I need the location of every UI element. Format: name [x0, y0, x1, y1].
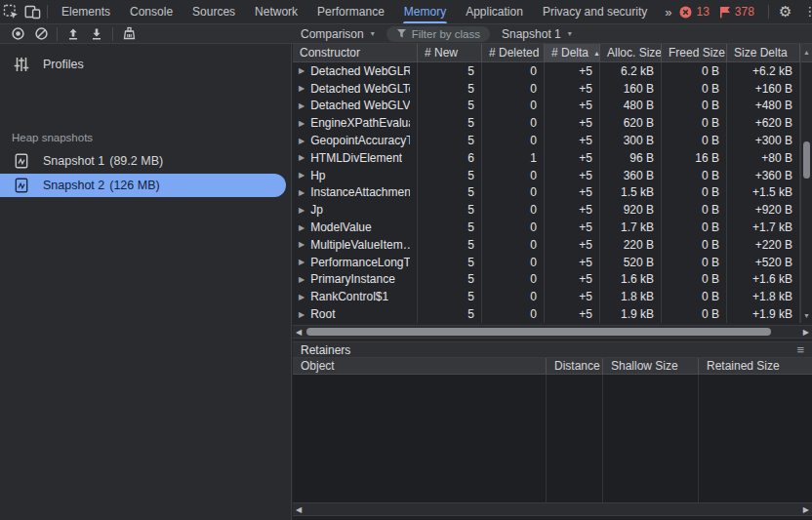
- table-row[interactable]: ▶ModelValue50+51.7 kB0 B+1.7 kB: [293, 219, 800, 236]
- sidebar-item-profiles[interactable]: Profiles: [0, 53, 292, 76]
- sidebar-item-snapshot-2[interactable]: Snapshot 2 (126 MB): [0, 174, 286, 197]
- disclosure-triangle-icon[interactable]: ▶: [299, 171, 304, 180]
- tab-console[interactable]: Console: [120, 0, 183, 23]
- more-options-icon[interactable]: ⋮: [797, 0, 812, 23]
- scrollbar-thumb[interactable]: [803, 141, 810, 179]
- scroll-down-icon[interactable]: ▼: [801, 312, 812, 319]
- column-header-deleted[interactable]: # Deleted: [482, 44, 545, 61]
- scroll-right-icon[interactable]: ▶: [803, 328, 809, 337]
- filter-by-class-input[interactable]: Filter by class: [386, 26, 490, 42]
- profiles-sidebar: Profiles Heap snapshots Snapshot 1 (89.2…: [0, 44, 292, 520]
- vertical-scrollbar[interactable]: ▲ ▼: [800, 44, 812, 323]
- cell-delta: +5: [545, 236, 600, 254]
- table-row[interactable]: ▶Detached WebGLR…50+56.2 kB0 B+6.2 kB: [293, 62, 800, 80]
- load-profile-icon[interactable]: [61, 24, 85, 43]
- disclosure-triangle-icon[interactable]: ▶: [299, 188, 304, 197]
- cell-freed: 0 B: [662, 271, 727, 289]
- constructor-cell: ▶PrimaryInstance: [293, 271, 418, 289]
- collect-garbage-icon[interactable]: [117, 24, 141, 43]
- tab-application[interactable]: Application: [456, 0, 533, 23]
- settings-gear-icon[interactable]: ⚙: [773, 0, 797, 23]
- column-header-object[interactable]: Object: [293, 358, 547, 374]
- inspect-element-icon[interactable]: [0, 0, 21, 23]
- scroll-left-icon[interactable]: ◀: [296, 505, 302, 514]
- disclosure-triangle-icon[interactable]: ▶: [299, 223, 304, 232]
- disclosure-triangle-icon[interactable]: ▶: [299, 310, 304, 319]
- table-row[interactable]: ▶Detached WebGLV…50+5480 B0 B+480 B: [293, 98, 800, 115]
- cell-delta: +5: [545, 254, 600, 271]
- tab-memory[interactable]: Memory: [394, 0, 456, 23]
- table-row[interactable]: ▶InstanceAttachmen…50+51.5 kB0 B+1.5 kB: [293, 184, 800, 202]
- scroll-up-icon[interactable]: ▲: [801, 49, 812, 56]
- constructor-name: ModelValue: [310, 220, 371, 234]
- column-header-size-delta[interactable]: Size Delta: [727, 44, 800, 61]
- table-row[interactable]: ▶PrimaryInstance50+51.6 kB0 B+1.6 kB: [293, 271, 800, 289]
- scroll-right-icon[interactable]: ▶: [803, 505, 809, 514]
- snapshot-size: (126 MB): [109, 179, 159, 192]
- sidebar-item-snapshot-1[interactable]: Snapshot 1 (89.2 MB): [0, 149, 292, 173]
- cell-new: 5: [418, 114, 482, 132]
- scrollbar-thumb[interactable]: [306, 328, 771, 336]
- cell-new: 5: [418, 254, 482, 271]
- table-row[interactable]: ▶EngineXPathEvalua…50+5620 B0 B+620 B: [293, 114, 800, 132]
- column-header-retained-size[interactable]: Retained Size: [699, 358, 812, 374]
- tab-elements[interactable]: Elements: [52, 0, 120, 23]
- constructor-name: HTMLDivElement: [310, 151, 402, 165]
- tab-performance[interactable]: Performance: [307, 0, 394, 23]
- disclosure-triangle-icon[interactable]: ▶: [299, 240, 304, 249]
- column-header-distance[interactable]: Distance▲: [547, 358, 603, 374]
- scroll-left-icon[interactable]: ◀: [296, 328, 302, 337]
- cell-alloc: 1.9 kB: [600, 305, 662, 323]
- tab-sources[interactable]: Sources: [183, 0, 245, 23]
- issues-badge[interactable]: 378: [719, 5, 754, 19]
- disclosure-triangle-icon[interactable]: ▶: [299, 66, 304, 75]
- chevron-down-icon: ▾: [568, 29, 572, 38]
- disclosure-triangle-icon[interactable]: ▶: [299, 119, 304, 128]
- tab-network[interactable]: Network: [245, 0, 307, 23]
- table-row[interactable]: ▶RankControl$150+51.8 kB0 B+1.8 kB: [293, 288, 800, 305]
- table-row[interactable]: ▶Detached WebGLTe…50+5160 B0 B+160 B: [293, 80, 800, 98]
- save-profile-icon[interactable]: [85, 24, 108, 43]
- table-row[interactable]: ▶Jp50+5920 B0 B+920 B: [293, 201, 800, 219]
- column-divider: [546, 375, 547, 502]
- disclosure-triangle-icon[interactable]: ▶: [299, 258, 304, 266]
- retainers-horizontal-scrollbar[interactable]: ◀ ▶: [293, 502, 812, 516]
- column-header-alloc-size[interactable]: Alloc. Size: [600, 44, 662, 61]
- table-row[interactable]: ▶GeopointAccuracyT…50+5300 B0 B+300 B: [293, 132, 800, 149]
- column-header-constructor[interactable]: Constructor: [293, 44, 418, 61]
- column-header-shallow-size[interactable]: Shallow Size: [603, 358, 699, 374]
- record-heap-snapshot-icon[interactable]: [6, 24, 29, 43]
- clear-profiles-icon[interactable]: [29, 24, 53, 43]
- disclosure-triangle-icon[interactable]: ▶: [299, 206, 304, 215]
- table-row[interactable]: ▶HTMLDivElement61+596 B16 B+80 B: [293, 149, 800, 167]
- heap-grid-header: Constructor # New # Deleted # Delta▲ All…: [293, 44, 812, 62]
- tab-privacy-and-security[interactable]: Privacy and security: [533, 0, 657, 23]
- table-row[interactable]: ▶Root50+51.9 kB0 B+1.9 kB: [293, 305, 800, 323]
- disclosure-triangle-icon[interactable]: ▶: [299, 153, 304, 162]
- column-header-freed-size[interactable]: Freed Size: [662, 44, 727, 61]
- disclosure-triangle-icon[interactable]: ▶: [299, 137, 304, 145]
- table-row[interactable]: ▶MultipleValueItem…50+5220 B0 B+220 B: [293, 236, 800, 254]
- disclosure-triangle-icon[interactable]: ▶: [299, 84, 304, 93]
- constructor-cell: ▶InstanceAttachmen…: [293, 184, 418, 202]
- disclosure-triangle-icon[interactable]: ▶: [299, 293, 304, 301]
- cell-alloc: 480 B: [600, 98, 662, 115]
- disclosure-triangle-icon[interactable]: ▶: [299, 101, 304, 110]
- constructor-cell: ▶Detached WebGLR…: [293, 62, 418, 80]
- table-row[interactable]: ▶PerformanceLongT…50+5520 B0 B+520 B: [293, 254, 800, 271]
- table-row[interactable]: ▶Hp50+5360 B0 B+360 B: [293, 167, 800, 184]
- chevron-down-icon: ▾: [371, 29, 375, 38]
- retainers-title: Retainers: [301, 343, 350, 357]
- base-snapshot-select[interactable]: Snapshot 1 ▾: [502, 27, 572, 41]
- column-header-new[interactable]: # New: [418, 44, 482, 61]
- cell-delta: +5: [545, 271, 600, 289]
- more-tabs-icon[interactable]: »: [657, 5, 679, 20]
- perspective-select[interactable]: Comparison ▾: [301, 27, 375, 41]
- error-badge[interactable]: 13: [679, 5, 709, 19]
- heap-snapshots-section-label: Heap snapshots: [12, 132, 93, 143]
- device-toolbar-icon[interactable]: [21, 0, 43, 23]
- retainers-menu-icon[interactable]: ≡: [796, 342, 804, 357]
- horizontal-scrollbar[interactable]: ◀ ▶: [293, 325, 812, 339]
- disclosure-triangle-icon[interactable]: ▶: [299, 275, 304, 284]
- column-header-delta[interactable]: # Delta▲: [545, 44, 600, 61]
